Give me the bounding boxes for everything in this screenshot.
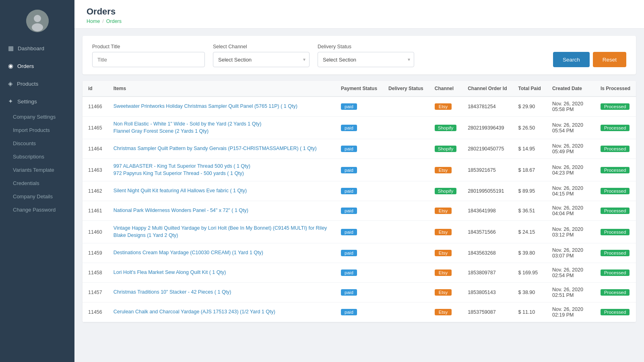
order-item-link[interactable]: Flannel Gray Forest Scene (2 Yards 1 Qty…: [114, 128, 330, 135]
order-payment-status: paid: [335, 159, 383, 181]
breadcrumb: Home / Orders: [87, 19, 632, 24]
order-item-link[interactable]: Christmas Traditions 10" Stacker - 42 Pi…: [114, 289, 330, 296]
order-created-date: Nov. 26, 2020 04:04 PM: [547, 201, 595, 221]
order-item-link[interactable]: 972 Papyrus King Tut Superior Thread - 5…: [114, 170, 330, 177]
order-total-paid: $ 29.90: [513, 97, 547, 117]
product-title-label: Product Title: [92, 44, 205, 49]
orders-table-section: id Items Payment Status Delivery Status …: [83, 81, 636, 322]
order-created-date: Nov. 26, 2020 04:15 PM: [547, 181, 595, 201]
order-created-date: Nov. 26, 2020 02:19 PM: [547, 302, 595, 322]
order-id: 11463: [83, 159, 108, 181]
order-channel: Etsy: [429, 221, 462, 243]
order-items: National Park Wilderness Wonders Panel -…: [108, 201, 335, 221]
col-header-is-processed: Is Processed: [595, 81, 636, 97]
order-is-processed: Processed: [595, 97, 636, 117]
order-total-paid: $ 24.15: [513, 221, 547, 243]
order-channel: Etsy: [429, 201, 462, 221]
col-header-channel-order-id: Channel Order Id: [462, 81, 512, 97]
table-row: 11456Cerulean Chalk and Charcoal Yardage…: [83, 302, 636, 322]
sidebar-item-variants-template[interactable]: Variants Template: [0, 163, 74, 177]
channel-badge: Etsy: [435, 208, 452, 214]
order-delivery-status: [383, 159, 429, 181]
col-header-items: Items: [108, 81, 335, 97]
channel-select-wrapper: Select Section Etsy Shopify: [213, 52, 310, 67]
processed-badge: Processed: [601, 229, 630, 235]
order-total-paid: $ 18.67: [513, 159, 547, 181]
sidebar-item-company-details[interactable]: Company Details: [0, 190, 74, 203]
reset-button[interactable]: Reset: [593, 52, 626, 67]
filter-actions: Search Reset: [553, 52, 626, 67]
order-channel-order-id: 1843641998: [462, 201, 512, 221]
sidebar-item-dashboard[interactable]: ▦ Dashboard: [0, 39, 74, 57]
delivery-select[interactable]: Select Section Processed Pending: [318, 52, 414, 67]
col-header-delivery: Delivery Status: [383, 81, 429, 97]
order-created-date: Nov. 26, 2020 02:51 PM: [547, 283, 595, 302]
processed-badge: Processed: [601, 250, 630, 256]
order-channel: Etsy: [429, 263, 462, 283]
sidebar-item-label: Products: [17, 81, 38, 87]
order-delivery-status: [383, 117, 429, 139]
filter-panel: Product Title Select Channel Select Sect…: [83, 36, 636, 74]
sidebar-item-settings[interactable]: ✦ Settings: [0, 93, 74, 110]
order-item-link[interactable]: Christmas Sampler Quilt Pattern by Sandy…: [114, 145, 330, 152]
processed-badge: Processed: [601, 188, 630, 194]
table-row: 11464Christmas Sampler Quilt Pattern by …: [83, 139, 636, 159]
order-id: 11462: [83, 181, 108, 201]
order-channel: Shopify: [429, 117, 462, 139]
order-channel-order-id: 1843781254: [462, 97, 512, 117]
page-title: Orders: [87, 6, 632, 17]
col-header-channel: Channel: [429, 81, 462, 97]
orders-icon: ◉: [8, 62, 13, 70]
order-id: 11466: [83, 97, 108, 117]
breadcrumb-home[interactable]: Home: [87, 19, 100, 24]
order-channel-order-id: 1843571566: [462, 221, 512, 243]
search-button[interactable]: Search: [553, 52, 590, 67]
order-item-link[interactable]: Lori Holt's Flea Market Sew Along Quilt …: [114, 269, 330, 276]
payment-badge: paid: [341, 269, 357, 276]
order-is-processed: Processed: [595, 159, 636, 181]
order-item-link[interactable]: National Park Wilderness Wonders Panel -…: [114, 207, 330, 214]
order-channel-order-id: 1853759087: [462, 302, 512, 322]
order-total-paid: $ 169.95: [513, 263, 547, 283]
processed-badge: Processed: [601, 167, 630, 173]
channel-select[interactable]: Select Section Etsy Shopify: [213, 52, 310, 67]
order-item-link[interactable]: Destinations Cream Map Yardage (C10030 C…: [114, 249, 330, 257]
sidebar-item-orders[interactable]: ◉ Orders: [0, 57, 74, 75]
sidebar-item-credentials[interactable]: Credentials: [0, 177, 74, 190]
page-header: Orders Home / Orders: [74, 0, 644, 29]
order-payment-status: paid: [335, 221, 383, 243]
order-item-link[interactable]: Non Roll Elastic - White 1" Wide - Sold …: [114, 121, 330, 128]
sidebar-item-subscriptions[interactable]: Subscriptions: [0, 150, 74, 163]
order-delivery-status: [383, 283, 429, 302]
order-channel-order-id: 1843563268: [462, 243, 512, 263]
sidebar-item-change-password[interactable]: Change Password: [0, 203, 74, 216]
product-title-input[interactable]: [92, 52, 205, 67]
sidebar-item-import-products[interactable]: Import Products: [0, 123, 74, 137]
order-item-link[interactable]: Silent Night Quilt Kit featuring All Hal…: [114, 187, 330, 195]
order-total-paid: $ 11.10: [513, 302, 547, 322]
order-items: Lori Holt's Flea Market Sew Along Quilt …: [108, 263, 335, 283]
order-total-paid: $ 38.90: [513, 283, 547, 302]
products-icon: ◈: [8, 80, 13, 87]
sidebar-item-company-settings[interactable]: Company Settings: [0, 110, 74, 123]
channel-badge: Shopify: [435, 125, 456, 131]
order-item-link[interactable]: 997 ALABASTER - King Tut Superior Thread…: [114, 163, 330, 170]
order-item-link[interactable]: Vintage Happy 2 Multi Quilted Yardage by…: [114, 225, 330, 239]
product-title-filter: Product Title: [92, 44, 205, 67]
order-item-link[interactable]: Sweetwater Printworks Holiday Christmas …: [114, 103, 330, 110]
order-is-processed: Processed: [595, 221, 636, 243]
payment-badge: paid: [341, 167, 357, 173]
order-channel-order-id: 2802190450775: [462, 139, 512, 159]
order-is-processed: Processed: [595, 117, 636, 139]
order-delivery-status: [383, 97, 429, 117]
sidebar-item-products[interactable]: ◈ Products: [0, 75, 74, 93]
order-channel: Etsy: [429, 283, 462, 302]
order-total-paid: $ 36.51: [513, 201, 547, 221]
order-payment-status: paid: [335, 302, 383, 322]
sidebar-item-discounts[interactable]: Discounts: [0, 137, 74, 150]
channel-badge: Etsy: [435, 167, 452, 173]
order-items: Non Roll Elastic - White 1" Wide - Sold …: [108, 117, 335, 139]
processed-badge: Processed: [601, 269, 630, 276]
dashboard-icon: ▦: [8, 45, 14, 52]
order-item-link[interactable]: Cerulean Chalk and Charcoal Yardage (AJS…: [114, 309, 330, 316]
